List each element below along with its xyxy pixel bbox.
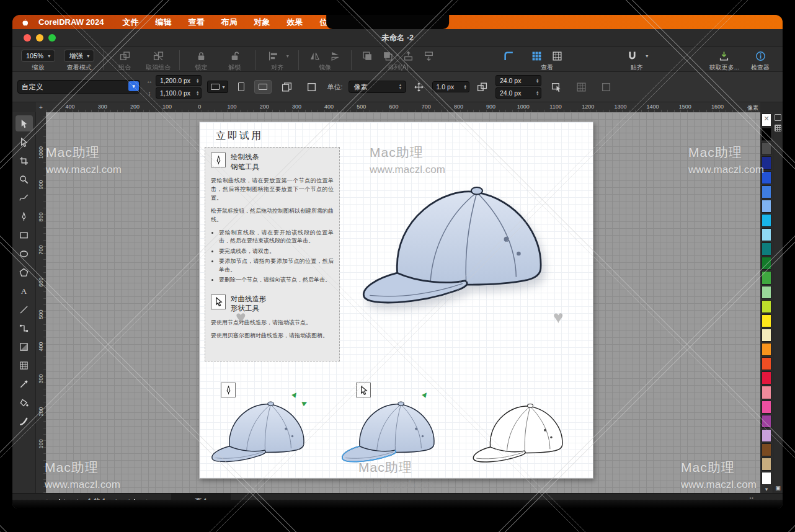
color-swatch-f08a9b[interactable]	[762, 386, 771, 399]
page-sorter-icon[interactable]	[775, 114, 781, 121]
lock-button[interactable]	[194, 50, 208, 62]
color-swatch-8fd8f2[interactable]	[762, 228, 771, 241]
view-mode-dropdown[interactable]: 增强▾	[64, 50, 94, 62]
mirror-horizontal-button[interactable]	[308, 50, 322, 62]
color-swatch-000000[interactable]	[762, 128, 771, 141]
show-grid-button[interactable]	[530, 50, 544, 62]
inspector-button[interactable]	[753, 50, 768, 62]
page-border-button[interactable]	[502, 50, 516, 62]
document-page[interactable]: 立即试用 绘制线条 钢笔工具 要绘制曲线段，请在要放置第一个节点的位置单击，然后…	[199, 122, 593, 479]
page-size-options-dropdown[interactable]: ▾	[207, 81, 228, 93]
color-swatch-9e3f9e[interactable]	[762, 415, 771, 428]
transparency-tool[interactable]	[16, 339, 33, 355]
pick-tool[interactable]	[16, 115, 33, 131]
shape-tool[interactable]	[16, 134, 33, 150]
portrait-button[interactable]	[234, 80, 249, 94]
color-swatch-c9a0dc[interactable]	[762, 429, 771, 442]
color-swatch-f7941d[interactable]	[762, 343, 771, 356]
color-swatch-f4ecbb[interactable]	[762, 329, 771, 342]
horizontal-ruler[interactable]: 像素 4003002001000100200300400500600700800…	[46, 102, 760, 113]
color-swatch-2353d4[interactable]	[762, 171, 771, 184]
menu-item-文件[interactable]: 文件	[122, 17, 138, 28]
menu-item-查看[interactable]: 查看	[188, 17, 204, 28]
scroll-corner-icon[interactable]: ▣	[775, 485, 781, 491]
show-bleed-button[interactable]	[572, 80, 591, 94]
color-swatch-137a2a[interactable]	[762, 257, 771, 270]
stepper[interactable]: ▲▼	[536, 78, 539, 84]
color-swatch-18b5ea[interactable]	[762, 214, 771, 227]
all-pages-button[interactable]	[277, 80, 296, 94]
page-height-field[interactable]: 1,100.0 px ▲▼	[156, 87, 202, 99]
unlock-button[interactable]	[228, 50, 242, 62]
menu-item-效果[interactable]: 效果	[286, 17, 303, 28]
group-button[interactable]	[118, 50, 132, 62]
polygon-tool[interactable]	[16, 264, 33, 280]
vertical-ruler[interactable]: 1000900800700600500400300200100	[36, 112, 47, 493]
menu-item-布局[interactable]: 布局	[221, 17, 237, 28]
landscape-button[interactable]	[254, 80, 272, 94]
color-swatch-1b2b8f[interactable]	[762, 156, 771, 169]
back-one-button[interactable]	[422, 50, 436, 62]
to-back-button[interactable]	[381, 50, 395, 62]
units-dropdown[interactable]: 像素 ▲▼	[349, 81, 406, 93]
cap-demo-2[interactable]: ▲	[334, 391, 450, 471]
color-swatch-ec4fa0[interactable]	[762, 401, 771, 414]
mirror-vertical-button[interactable]	[328, 50, 342, 62]
freehand-tool[interactable]	[16, 190, 33, 206]
color-swatch-3fa83f[interactable]	[762, 271, 771, 284]
instructions-panel[interactable]: 绘制线条 钢笔工具 要绘制曲线段，请在要放置第一个节点的位置单击，然后将控制图柄…	[205, 147, 340, 361]
duplicate-y-field[interactable]: 24.0 px ▲▼	[495, 87, 541, 99]
ellipse-tool[interactable]	[16, 246, 33, 262]
brush-tool[interactable]	[16, 413, 33, 429]
color-swatch-4d4d4d[interactable]	[762, 142, 771, 155]
stepper[interactable]: ▲▼	[196, 91, 199, 96]
color-swatch-3f7de0[interactable]	[762, 185, 771, 198]
ungroup-button[interactable]	[151, 50, 166, 62]
show-printable-area-button[interactable]	[597, 80, 616, 94]
zoom-level-dropdown[interactable]: 105%▾	[21, 50, 55, 62]
ruler-origin[interactable]: +	[36, 102, 47, 113]
mesh-fill-tool[interactable]	[16, 357, 33, 373]
menu-item-编辑[interactable]: 编辑	[155, 17, 171, 28]
to-front-button[interactable]	[360, 50, 375, 62]
color-swatch-e3173d[interactable]	[762, 371, 771, 384]
color-swatch-c8ad7f[interactable]	[762, 458, 771, 471]
color-swatch-none[interactable]	[762, 113, 771, 126]
right-scrollbar[interactable]: ▣	[773, 112, 783, 493]
stepper[interactable]: ▲▼	[196, 78, 199, 84]
cap-demo-1[interactable]: ▲ ▲	[203, 391, 320, 471]
color-swatch-ef4e23[interactable]	[762, 357, 771, 370]
forward-one-button[interactable]	[401, 50, 415, 62]
color-swatch-ffffff[interactable]	[762, 472, 771, 485]
drawing-canvas[interactable]: 立即试用 绘制线条 钢笔工具 要绘制曲线段，请在要放置第一个节点的位置单击，然后…	[46, 112, 760, 493]
get-more-button[interactable]	[717, 50, 731, 62]
zoom-tool[interactable]	[16, 171, 33, 187]
duplicate-x-field[interactable]: 24.0 px ▲▼	[495, 75, 541, 86]
nudge-distance-field[interactable]: 1.0 px ▲▼	[432, 81, 469, 92]
color-swatch-ffe81a[interactable]	[762, 314, 771, 327]
apple-logo[interactable]	[21, 17, 30, 27]
page-width-field[interactable]: 1,200.0 px ▲▼	[156, 75, 202, 86]
current-page-button[interactable]	[302, 80, 321, 94]
treat-as-filled-button[interactable]	[547, 80, 566, 94]
palette-scroll-down-button[interactable]: ▾	[760, 485, 773, 492]
show-document-grid-button[interactable]	[550, 50, 564, 62]
menu-item-对象[interactable]: 对象	[254, 17, 270, 28]
fill-tool[interactable]	[16, 394, 33, 410]
color-swatch-9ad89a[interactable]	[762, 286, 771, 299]
preset-dropdown-button[interactable]: ▾	[128, 81, 139, 91]
eyedropper-tool[interactable]	[16, 376, 33, 392]
palette-options-icon[interactable]	[775, 125, 781, 131]
cap-demo-3[interactable]	[465, 394, 578, 471]
cap-illustration-large[interactable]	[347, 167, 572, 320]
color-swatch-7fb3f2[interactable]	[762, 200, 771, 213]
snap-button[interactable]	[625, 50, 639, 62]
bezier-tool[interactable]	[16, 208, 33, 224]
connector-tool[interactable]	[16, 320, 33, 336]
rectangle-tool[interactable]	[16, 227, 33, 243]
stepper[interactable]: ▲▼	[464, 84, 467, 90]
stepper[interactable]: ▲▼	[536, 91, 539, 96]
color-swatch-bddf2b[interactable]	[762, 300, 771, 313]
page-preset-dropdown[interactable]: 自定义 ▾	[17, 80, 140, 94]
color-swatch-0e7d7d[interactable]	[762, 242, 771, 255]
